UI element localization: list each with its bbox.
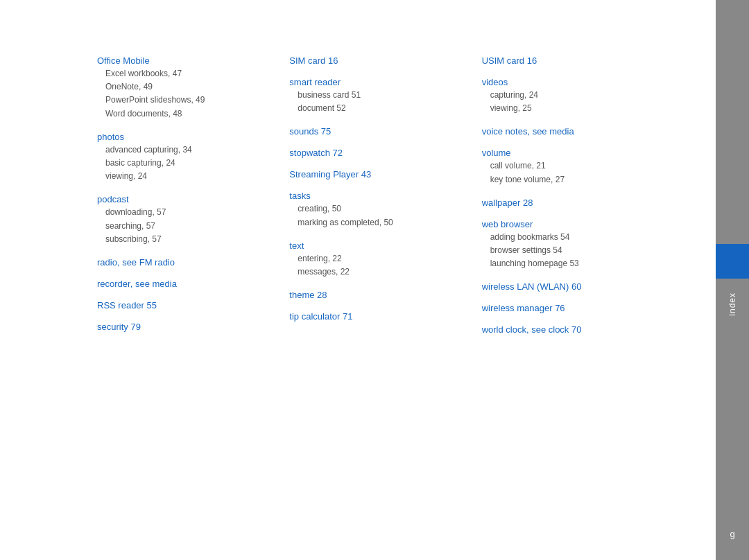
sub-item: key tone volume, 27 bbox=[490, 173, 653, 186]
index-sidebar: index g bbox=[716, 0, 749, 560]
section-heading: wireless manager 76 bbox=[482, 303, 653, 313]
sub-item: creating, 50 bbox=[298, 202, 460, 216]
index-section: tip calculator 71 bbox=[289, 311, 460, 322]
column-1: Office MobileExcel workbooks, 47OneNote,… bbox=[97, 55, 289, 532]
sub-item: subscribing, 57 bbox=[105, 233, 268, 246]
section-heading: world clock, see clock 70 bbox=[482, 324, 653, 335]
sub-item: downloading, 57 bbox=[105, 206, 268, 219]
section-heading: tip calculator 71 bbox=[289, 311, 460, 322]
index-section: videoscapturing, 24viewing, 25 bbox=[482, 77, 653, 115]
sub-item: PowerPoint slideshows, 49 bbox=[105, 94, 268, 107]
index-section: recorder, see media bbox=[97, 279, 268, 289]
section-sub-items: adding bookmarks 54browser settings 54la… bbox=[482, 231, 653, 271]
index-section: radio, see FM radio bbox=[97, 257, 268, 268]
sub-item: call volume, 21 bbox=[490, 159, 653, 173]
index-section: volumecall volume, 21key tone volume, 27 bbox=[482, 148, 653, 186]
section-heading: tasks bbox=[289, 191, 460, 201]
section-sub-items: advanced capturing, 34basic capturing, 2… bbox=[97, 143, 268, 184]
section-heading: radio, see FM radio bbox=[97, 257, 268, 268]
section-sub-items: Excel workbooks, 47OneNote, 49PowerPoint… bbox=[97, 67, 268, 121]
sub-item: searching, 57 bbox=[105, 220, 268, 233]
index-section: smart readerbusiness card 51document 52 bbox=[289, 77, 460, 115]
section-heading: podcast bbox=[97, 194, 268, 204]
sub-item: entering, 22 bbox=[298, 252, 460, 265]
sub-item: advanced capturing, 34 bbox=[105, 143, 268, 157]
index-section: taskscreating, 50marking as completed, 5… bbox=[289, 191, 460, 229]
section-heading: stopwatch 72 bbox=[289, 148, 460, 158]
index-section: world clock, see clock 70 bbox=[482, 324, 653, 335]
section-heading: web browser bbox=[482, 219, 653, 229]
index-section: Streaming Player 43 bbox=[289, 169, 460, 180]
page-container: Office MobileExcel workbooks, 47OneNote,… bbox=[0, 0, 749, 560]
index-section: web browseradding bookmarks 54browser se… bbox=[482, 219, 653, 271]
sub-item: viewing, 24 bbox=[105, 170, 268, 183]
page-number: g bbox=[730, 529, 734, 539]
index-section: USIM card 16 bbox=[482, 55, 653, 66]
index-section: photosadvanced capturing, 34basic captur… bbox=[97, 132, 268, 184]
sub-item: basic capturing, 24 bbox=[105, 157, 268, 170]
sub-item: viewing, 25 bbox=[490, 102, 653, 115]
section-heading: videos bbox=[482, 77, 653, 87]
section-heading: smart reader bbox=[289, 77, 460, 87]
index-section: stopwatch 72 bbox=[289, 148, 460, 158]
column-3: USIM card 16videoscapturing, 24viewing, … bbox=[482, 55, 674, 532]
index-section: podcastdownloading, 57searching, 57subsc… bbox=[97, 194, 268, 246]
index-section: wireless manager 76 bbox=[482, 303, 653, 313]
index-section: security 79 bbox=[97, 322, 268, 332]
section-sub-items: call volume, 21key tone volume, 27 bbox=[482, 159, 653, 186]
index-section: theme 28 bbox=[289, 290, 460, 300]
sub-item: OneNote, 49 bbox=[105, 80, 268, 94]
index-tab bbox=[716, 244, 749, 279]
section-sub-items: creating, 50marking as completed, 50 bbox=[289, 202, 460, 229]
section-heading: sounds 75 bbox=[289, 126, 460, 137]
section-heading: wallpaper 28 bbox=[482, 198, 653, 208]
section-sub-items: business card 51document 52 bbox=[289, 89, 460, 115]
section-sub-items: downloading, 57searching, 57subscribing,… bbox=[97, 206, 268, 246]
sub-item: adding bookmarks 54 bbox=[490, 231, 653, 244]
section-heading: volume bbox=[482, 148, 653, 158]
index-section: Office MobileExcel workbooks, 47OneNote,… bbox=[97, 55, 268, 121]
sub-item: capturing, 24 bbox=[490, 89, 653, 102]
section-heading: Streaming Player 43 bbox=[289, 169, 460, 180]
index-section: textentering, 22messages, 22 bbox=[289, 240, 460, 279]
index-section: wallpaper 28 bbox=[482, 198, 653, 208]
index-section: wireless LAN (WLAN) 60 bbox=[482, 281, 653, 292]
index-section: SIM card 16 bbox=[289, 55, 460, 66]
section-heading: photos bbox=[97, 132, 268, 142]
section-heading: SIM card 16 bbox=[289, 55, 460, 66]
sub-item: business card 51 bbox=[298, 89, 460, 102]
content-area: Office MobileExcel workbooks, 47OneNote,… bbox=[0, 0, 716, 560]
section-heading: text bbox=[289, 240, 460, 251]
sub-item: Excel workbooks, 47 bbox=[105, 67, 268, 80]
column-2: SIM card 16smart readerbusiness card 51d… bbox=[289, 55, 481, 532]
section-sub-items: capturing, 24viewing, 25 bbox=[482, 89, 653, 115]
index-section: RSS reader 55 bbox=[97, 300, 268, 310]
section-heading: recorder, see media bbox=[97, 279, 268, 289]
section-heading: Office Mobile bbox=[97, 55, 268, 66]
sub-item: marking as completed, 50 bbox=[298, 216, 460, 229]
sub-item: messages, 22 bbox=[298, 265, 460, 279]
index-section: voice notes, see media bbox=[482, 126, 653, 137]
section-heading: RSS reader 55 bbox=[97, 300, 268, 310]
sub-item: launching homepage 53 bbox=[490, 257, 653, 270]
section-sub-items: entering, 22messages, 22 bbox=[289, 252, 460, 279]
index-section: sounds 75 bbox=[289, 126, 460, 137]
section-heading: theme 28 bbox=[289, 290, 460, 300]
sub-item: document 52 bbox=[298, 102, 460, 115]
section-heading: voice notes, see media bbox=[482, 126, 653, 137]
section-heading: wireless LAN (WLAN) 60 bbox=[482, 281, 653, 292]
sub-item: Word documents, 48 bbox=[105, 107, 268, 121]
sub-item: browser settings 54 bbox=[490, 244, 653, 257]
section-heading: USIM card 16 bbox=[482, 55, 653, 66]
section-heading: security 79 bbox=[97, 322, 268, 332]
index-label: index bbox=[728, 292, 737, 316]
